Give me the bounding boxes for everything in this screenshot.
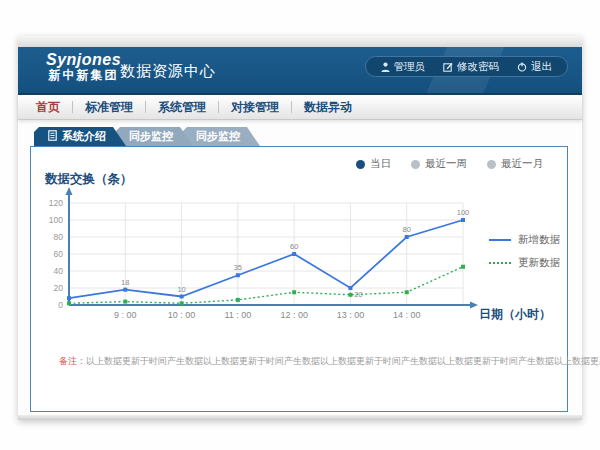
- tab-2[interactable]: 同步监控: [182, 127, 260, 146]
- radio-label: 当日: [370, 157, 391, 171]
- nav-item-4[interactable]: 数据异动: [292, 99, 364, 116]
- y-axis-title: 数据交换（条）: [45, 171, 133, 188]
- chart-panel: 当日最近一周最近一月 数据交换（条） 0204060801001209 : 00…: [30, 146, 568, 412]
- data-point[interactable]: [461, 218, 465, 222]
- data-point[interactable]: [67, 301, 71, 305]
- time-range-filter: 当日最近一周最近一月: [356, 157, 543, 171]
- x-tick-label: 13 : 00: [337, 310, 365, 320]
- legend-item-0: 新增数据: [489, 233, 560, 247]
- data-point[interactable]: [67, 296, 71, 300]
- main-nav: 首页标准管理系统管理对接管理数据异动: [18, 93, 582, 120]
- tab-1[interactable]: 同步监控: [115, 127, 193, 146]
- legend-label: 新增数据: [518, 233, 560, 247]
- y-tick-label: 120: [49, 198, 63, 208]
- radio-option-2[interactable]: 最近一月: [487, 157, 543, 171]
- legend-item-1: 更新数据: [489, 256, 560, 270]
- user-menu-item-0[interactable]: 管理员: [372, 60, 435, 74]
- radio-option-0[interactable]: 当日: [356, 157, 391, 171]
- data-point[interactable]: [461, 265, 465, 269]
- data-point[interactable]: [236, 273, 240, 277]
- y-tick-label: 0: [58, 300, 63, 310]
- radio-option-1[interactable]: 最近一周: [411, 157, 467, 171]
- nav-item-0[interactable]: 首页: [24, 99, 72, 116]
- user-menu-label: 退出: [531, 60, 552, 74]
- radio-label: 最近一周: [425, 157, 467, 171]
- data-point[interactable]: [180, 295, 184, 299]
- content-area: 系统介绍同步监控同步监控 当日最近一周最近一月 数据交换（条） 02040608…: [18, 120, 582, 415]
- point-label: 80: [403, 225, 411, 234]
- user-menu-label: 修改密码: [457, 60, 499, 74]
- doc-icon: [48, 130, 57, 143]
- user-menu-label: 管理员: [394, 60, 426, 74]
- chart-legend: 新增数据更新数据: [489, 233, 560, 270]
- x-tick-label: 11 : 00: [224, 310, 251, 320]
- data-point[interactable]: [405, 235, 409, 239]
- edit-icon: [443, 62, 453, 72]
- legend-swatch: [489, 262, 511, 264]
- point-label: 18: [121, 278, 129, 287]
- point-label: 100: [457, 208, 470, 217]
- nav-item-2[interactable]: 系统管理: [146, 99, 218, 116]
- tab-bar: 系统介绍同步监控同步监控: [34, 127, 249, 146]
- x-tick-label: 12 : 00: [280, 310, 308, 320]
- company-logo: Synjones 新中新集团: [46, 51, 121, 82]
- user-menu-item-1[interactable]: 修改密码: [434, 60, 508, 74]
- data-point[interactable]: [123, 288, 127, 292]
- x-axis-arrow-icon: [470, 302, 478, 309]
- point-label: 10: [177, 285, 185, 294]
- data-point[interactable]: [405, 290, 409, 294]
- page-title: 数据资源中心: [120, 62, 216, 81]
- point-label: 20: [354, 290, 362, 299]
- app-bottom-strip: [18, 415, 582, 420]
- y-axis-arrow-icon: [66, 187, 73, 195]
- radio-icon: [487, 160, 496, 169]
- radio-icon: [356, 160, 365, 169]
- tab-label: 同步监控: [196, 129, 240, 144]
- radio-label: 最近一月: [501, 157, 543, 171]
- y-tick-label: 80: [54, 232, 64, 242]
- x-axis-title: 日期（小时）: [479, 306, 551, 323]
- y-tick-label: 20: [54, 283, 64, 293]
- x-tick-label: 10 : 00: [168, 310, 196, 320]
- radio-icon: [411, 160, 420, 169]
- footnote: 备注：以上数据更新于时间产生数据以上数据更新于时间产生数据以上数据更新于时间产生…: [59, 355, 600, 368]
- data-point[interactable]: [236, 298, 240, 302]
- user-icon: [381, 62, 390, 72]
- tab-label: 系统介绍: [62, 129, 106, 144]
- footnote-text: 以上数据更新于时间产生数据以上数据更新于时间产生数据以上数据更新于时间产生数据以…: [86, 356, 600, 366]
- data-point[interactable]: [123, 300, 127, 304]
- legend-label: 更新数据: [518, 256, 560, 270]
- data-point[interactable]: [180, 301, 184, 305]
- tab-0[interactable]: 系统介绍: [34, 127, 126, 146]
- data-point[interactable]: [292, 252, 296, 256]
- logo-cn-text: 新中新集团: [46, 69, 121, 82]
- data-point[interactable]: [292, 290, 296, 294]
- app-top-strip: [18, 36, 582, 47]
- user-menu: 管理员修改密码退出: [365, 56, 569, 77]
- app-window: Synjones 新中新集团 数据资源中心 管理员修改密码退出 首页标准管理系统…: [18, 36, 582, 420]
- nav-item-1[interactable]: 标准管理: [73, 99, 145, 116]
- legend-swatch: [489, 239, 511, 241]
- data-point[interactable]: [348, 286, 352, 290]
- y-tick-label: 60: [54, 249, 64, 259]
- page: Synjones 新中新集团 数据资源中心 管理员修改密码退出 首页标准管理系统…: [0, 0, 600, 450]
- logo-en-text: Synjones: [46, 51, 121, 69]
- x-tick-label: 14 : 00: [393, 310, 421, 320]
- point-label: 60: [290, 242, 298, 251]
- y-tick-label: 100: [49, 215, 63, 225]
- power-icon: [517, 62, 527, 72]
- data-point[interactable]: [348, 293, 352, 297]
- x-tick-label: 9 : 00: [114, 310, 137, 320]
- point-label: 35: [234, 263, 242, 272]
- tab-label: 同步监控: [129, 129, 173, 144]
- nav-item-3[interactable]: 对接管理: [219, 99, 291, 116]
- user-menu-item-2[interactable]: 退出: [508, 60, 561, 74]
- app-header: Synjones 新中新集团 数据资源中心 管理员修改密码退出: [18, 47, 582, 93]
- y-tick-label: 40: [54, 266, 64, 276]
- footnote-label: 备注：: [59, 356, 86, 366]
